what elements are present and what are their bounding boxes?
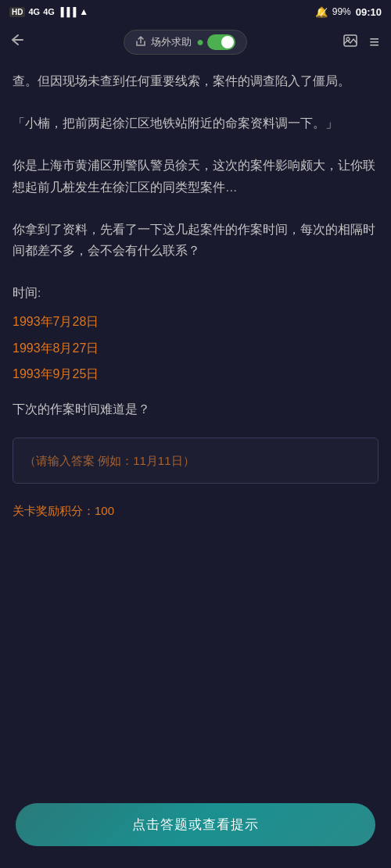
nav-right-group: ≡: [343, 32, 380, 52]
signal-4g-1: 4G: [28, 7, 40, 16]
nav-bar: 场外求助 ● ≡: [0, 22, 391, 63]
toggle-thumb: [221, 36, 234, 48]
status-left: HD 4G 4G ▐▐▐ ▲: [9, 6, 88, 17]
help-label: 场外求助: [151, 35, 192, 49]
signal-bars: ▐▐▐: [58, 7, 76, 16]
paragraph-1: 查。但因现场未查到任何重要线索，案件的调查陷入了僵局。: [13, 70, 378, 92]
status-right: 🔔̸ 99% 09:10: [315, 6, 382, 18]
paragraph-3: 你拿到了资料，先看了一下这几起案件的作案时间，每次的相隔时间都差不多，会不会有什…: [13, 219, 378, 263]
back-button[interactable]: [11, 31, 28, 53]
wifi-icon: ▲: [79, 6, 88, 17]
date-3: 1993年9月25日: [13, 363, 378, 384]
date-2: 1993年8月27日: [13, 338, 378, 359]
bottom-area: 点击答题或查看提示: [0, 794, 391, 868]
time-display: 09:10: [356, 6, 382, 18]
question-text: 下次的作案时间难道是？: [13, 398, 378, 420]
bell-muted-icon: 🔔̸: [315, 6, 328, 18]
image-icon[interactable]: [343, 33, 358, 52]
svg-point-2: [346, 38, 350, 41]
signal-4g-2: 4G: [43, 7, 55, 16]
date-1: 1993年7月28日: [13, 311, 378, 332]
hd-badge: HD: [9, 7, 25, 17]
wechat-icon: ●: [196, 35, 204, 49]
wechat-toggle[interactable]: ●: [196, 34, 235, 50]
answer-input-wrapper[interactable]: [13, 438, 378, 484]
menu-icon[interactable]: ≡: [369, 32, 380, 52]
help-button[interactable]: 场外求助 ●: [124, 30, 247, 55]
status-bar: HD 4G 4G ▐▐▐ ▲ 🔔̸ 99% 09:10: [0, 0, 391, 22]
answer-input[interactable]: [24, 446, 367, 475]
toggle-track[interactable]: [207, 34, 235, 50]
submit-button[interactable]: 点击答题或查看提示: [16, 803, 375, 846]
reward-text: 关卡奖励积分：100: [13, 501, 378, 521]
time-label: 时间:: [13, 282, 378, 303]
battery-indicator: 99%: [332, 6, 351, 17]
share-icon: [135, 36, 146, 49]
content-area: 查。但因现场未查到任何重要线索，案件的调查陷入了僵局。 「小楠，把前两起徐汇区地…: [0, 63, 391, 794]
paragraph-2: 你是上海市黄浦区刑警队警员徐天，这次的案件影响颇大，让你联想起前几桩发生在徐汇区…: [13, 155, 378, 198]
dialogue-text: 「小楠，把前两起徐汇区地铁站附近的命案资料调一下。」: [13, 113, 378, 134]
